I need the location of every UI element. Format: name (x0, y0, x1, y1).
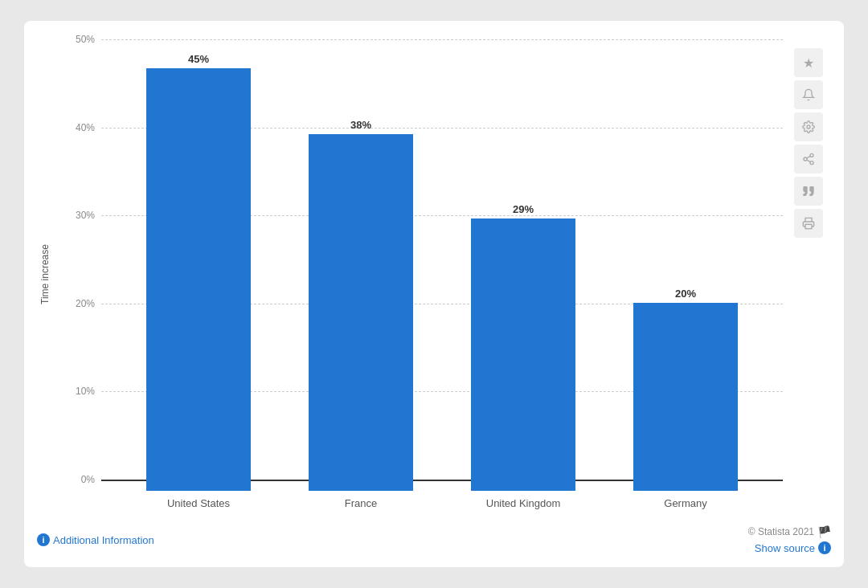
gear-button[interactable] (794, 112, 823, 141)
y-axis-label: Time increase (37, 40, 53, 509)
flag-icon: 🏴 (817, 525, 831, 538)
svg-point-2 (804, 157, 807, 161)
grid-label-20: 20% (66, 298, 95, 309)
bar-label-us: United States (167, 497, 230, 509)
bar-value-france: 38% (350, 119, 371, 131)
chart-plot: 50% 40% 30% 20% (66, 40, 783, 509)
source-info-icon: i (818, 541, 831, 554)
bar-label-uk: United Kingdom (486, 497, 561, 509)
grid-label-10: 10% (66, 386, 95, 397)
sidebar-icons: ★ (794, 48, 823, 238)
bar-value-uk: 29% (513, 203, 534, 215)
bar-value-germany: 20% (675, 288, 696, 300)
svg-point-0 (807, 125, 810, 129)
additional-info-link[interactable]: i Additional Information (37, 533, 154, 546)
show-source-link[interactable]: Show source i (755, 541, 831, 554)
grid-label-0: 0% (66, 474, 95, 485)
bar-label-germany: Germany (664, 497, 706, 509)
chart-card: Time increase 50% 40% 30% (24, 21, 844, 567)
chart-area: Time increase 50% 40% 30% (37, 40, 831, 509)
bar-group-uk: 29% United Kingdom (459, 40, 588, 509)
svg-point-3 (810, 161, 813, 165)
quote-button[interactable] (794, 177, 823, 206)
additional-info-label: Additional Information (53, 534, 154, 546)
print-button[interactable] (794, 209, 823, 238)
footer: i Additional Information © Statista 2021… (37, 519, 831, 554)
share-button[interactable] (794, 145, 823, 174)
bar-label-france: France (345, 497, 377, 509)
copyright-label: © Statista 2021 (748, 526, 814, 537)
bar-group-us: 45% United States (134, 40, 263, 509)
footer-right: © Statista 2021 🏴 Show source i (748, 525, 831, 554)
bar-germany (633, 303, 738, 491)
info-icon: i (37, 533, 50, 546)
svg-line-5 (807, 156, 811, 158)
svg-line-4 (807, 160, 811, 162)
grid-label-30: 30% (66, 210, 95, 221)
star-button[interactable]: ★ (794, 48, 823, 77)
grid-label-50: 50% (66, 34, 95, 45)
show-source-label: Show source (755, 542, 815, 554)
bar-group-france: 38% France (297, 40, 425, 509)
bell-button[interactable] (794, 80, 823, 109)
svg-rect-6 (805, 224, 812, 228)
bar-group-germany: 20% Germany (621, 40, 750, 509)
svg-point-1 (810, 153, 813, 157)
grid-label-40: 40% (66, 122, 95, 133)
bar-value-us: 45% (188, 53, 209, 65)
chart-inner: 50% 40% 30% 20% (59, 40, 831, 509)
bar-france (309, 134, 413, 491)
bar-uk (471, 218, 575, 491)
bars-container: 45% United States 38% France 29% Un (101, 40, 783, 509)
bar-us (146, 68, 251, 491)
copyright-text: © Statista 2021 🏴 (748, 525, 831, 538)
